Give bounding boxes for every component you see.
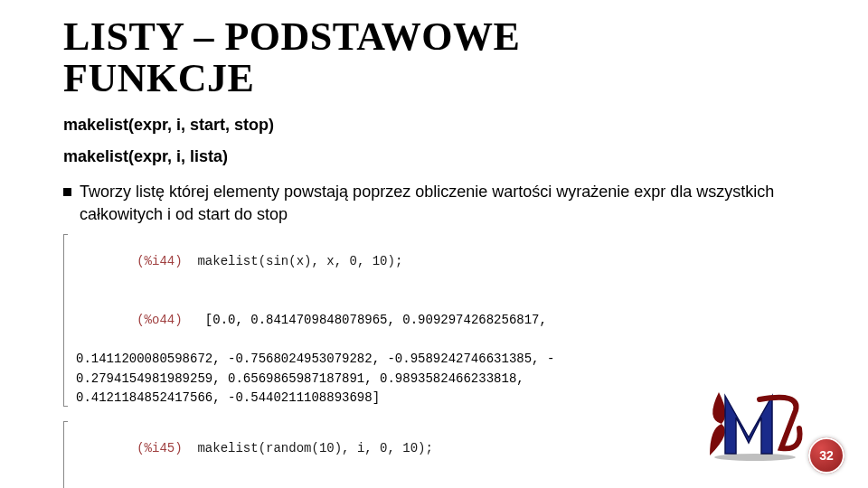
bullet-item: Tworzy listę której elementy powstają po… <box>63 181 805 225</box>
input-command: makelist(sin(x), x, 0, 10); <box>197 254 402 268</box>
output-label: (%o44) <box>137 313 182 327</box>
output-line: 0.2794154981989259, 0.6569865987187891, … <box>76 370 805 389</box>
input-label: (%i45) <box>137 441 182 455</box>
maxima-output-area: (%i44) makelist(sin(x), x, 0, 10); (%o44… <box>63 232 805 488</box>
syntax-line-1: makelist(expr, i, start, stop) <box>63 116 805 135</box>
slide-root: LISTY – PODSTAWOWE FUNKCJE makelist(expr… <box>0 0 868 488</box>
maxima-cell: (%i45) makelist(random(10), i, 0, 10); (… <box>63 419 805 488</box>
bullet-text: Tworzy listę której elementy powstają po… <box>80 181 805 225</box>
page-number-badge: 32 <box>808 437 844 474</box>
syntax-line-2: makelist(expr, i, lista) <box>63 147 805 166</box>
slide-title: LISTY – PODSTAWOWE FUNKCJE <box>63 16 805 99</box>
svg-point-0 <box>714 454 796 461</box>
input-label: (%i44) <box>137 254 182 268</box>
maxima-logo-icon <box>705 383 805 463</box>
title-line-2: FUNKCJE <box>63 58 805 99</box>
output-line: [0.0, 0.8414709848078965, 0.909297426825… <box>205 313 547 327</box>
output-line: 0.4121184852417566, -0.5440211108893698] <box>76 389 805 408</box>
title-line-1: LISTY – PODSTAWOWE <box>63 16 805 58</box>
output-line: 0.1411200080598672, -0.7568024953079282,… <box>76 350 805 370</box>
page-number: 32 <box>819 448 834 463</box>
maxima-cell: (%i44) makelist(sin(x), x, 0, 10); (%o44… <box>63 232 805 408</box>
input-command: makelist(random(10), i, 0, 10); <box>197 441 432 455</box>
bullet-marker-icon <box>63 188 71 196</box>
